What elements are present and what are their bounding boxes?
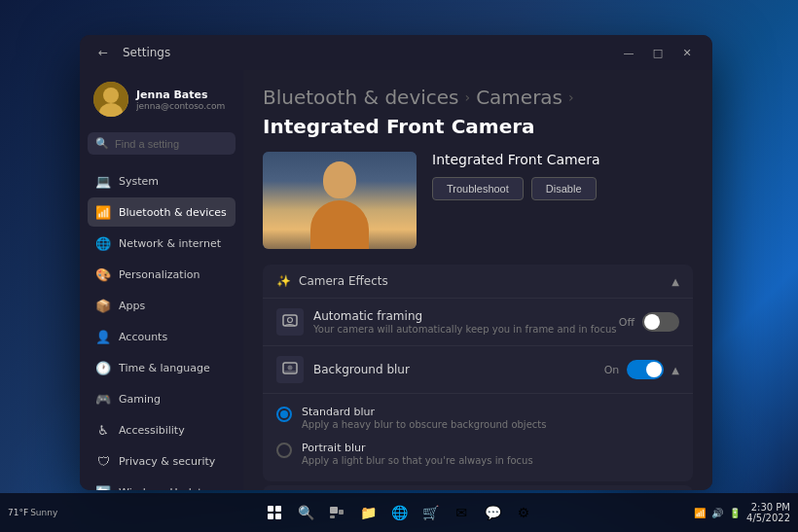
auto-framing-toggle[interactable] — [642, 312, 679, 332]
taskbar: 71°F Sunny 🔍 📁 🌐 — [0, 493, 798, 532]
window-controls: — □ ✕ — [615, 43, 701, 62]
breadcrumb-cameras[interactable]: Cameras — [476, 86, 562, 109]
files-button[interactable]: 📁 — [354, 499, 381, 526]
user-name: Jenna Bates — [136, 89, 230, 101]
standard-blur-title: Standard blur — [302, 406, 679, 418]
standard-blur-radio[interactable] — [276, 407, 292, 422]
update-icon: 🔄 — [95, 484, 111, 490]
svg-point-4 — [288, 318, 293, 323]
sidebar-item-privacy[interactable]: 🛡 Privacy & security — [88, 446, 236, 476]
person-body — [310, 200, 369, 249]
camera-buttons: Troubleshoot Disable — [432, 177, 600, 200]
bg-blur-icon — [276, 356, 304, 383]
portrait-blur-desc: Apply a light blur so that you're always… — [302, 455, 679, 466]
search-taskbar-button[interactable]: 🔍 — [292, 499, 319, 526]
taskbar-clock[interactable]: 2:30 PM 4/5/2022 — [746, 502, 790, 523]
minimize-button[interactable]: — — [615, 43, 642, 62]
camera-effects-header[interactable]: ✨ Camera Effects ▲ — [263, 265, 693, 298]
svg-rect-12 — [330, 507, 338, 514]
sidebar-item-network[interactable]: 🌐 Network & internet — [88, 229, 236, 258]
svg-point-1 — [103, 88, 119, 103]
weather-condition: Sunny — [30, 508, 57, 517]
person-head — [323, 161, 356, 198]
background-blur-toggle[interactable] — [627, 360, 664, 379]
svg-rect-10 — [268, 514, 273, 519]
sidebar-item-update[interactable]: 🔄 Windows Update — [88, 478, 236, 490]
standard-blur-desc: Apply a heavy blur to obscure background… — [302, 419, 679, 430]
portrait-blur-text: Portrait blur Apply a light blur so that… — [302, 442, 679, 466]
sidebar-item-time[interactable]: 🕐 Time & language — [88, 353, 236, 382]
portrait-blur-radio[interactable] — [276, 443, 292, 458]
sidebar-item-gaming[interactable]: 🎮 Gaming — [88, 384, 236, 413]
taskview-button[interactable] — [323, 499, 350, 526]
sidebar-item-label: Accessibility — [119, 424, 185, 437]
taskbar-right: 📶 🔊 🔋 2:30 PM 4/5/2022 — [694, 502, 790, 523]
start-button[interactable] — [261, 499, 288, 526]
sidebar-item-label: System — [119, 175, 159, 188]
taskbar-left: 71°F Sunny — [8, 508, 57, 517]
teams-button[interactable]: 💬 — [479, 499, 506, 526]
sidebar: Jenna Bates jenna@contoso.com 🔍 💻 System… — [80, 70, 243, 490]
breadcrumb-current: Integrated Front Camera — [263, 115, 535, 138]
breadcrumb: Bluetooth & devices › Cameras › Integrat… — [263, 86, 693, 138]
sidebar-item-bluetooth[interactable]: 📶 Bluetooth & devices — [88, 197, 236, 227]
camera-preview — [263, 152, 417, 249]
camera-background — [263, 152, 417, 249]
edge-button[interactable]: 🌐 — [385, 499, 413, 526]
effects-title: Camera Effects — [299, 274, 388, 288]
close-button[interactable]: ✕ — [673, 43, 701, 62]
portrait-blur-option[interactable]: Portrait blur Apply a light blur so that… — [276, 436, 679, 472]
settings-taskbar-button[interactable]: ⚙ — [510, 499, 537, 526]
camera-section: Integrated Front Camera Troubleshoot Dis… — [263, 152, 693, 249]
sidebar-item-label: Time & language — [119, 362, 210, 374]
portrait-blur-title: Portrait blur — [302, 442, 679, 454]
titlebar-left: ← Settings — [91, 41, 170, 64]
automatic-framing-row: Automatic framing Your camera will autom… — [263, 298, 693, 345]
background-blur-left: Background blur — [276, 356, 604, 383]
svg-rect-8 — [268, 506, 273, 512]
search-box[interactable]: 🔍 — [88, 132, 236, 155]
battery-icon: 🔋 — [729, 508, 741, 518]
sidebar-item-personalization[interactable]: 🎨 Personalization — [88, 260, 236, 289]
svg-rect-14 — [330, 515, 335, 518]
accessibility-icon: ♿ — [95, 422, 111, 438]
eye-contact-header[interactable]: 👁 Eye contact On ▲ — [263, 485, 693, 490]
camera-effects-card: ✨ Camera Effects ▲ — [263, 265, 693, 481]
standard-blur-option[interactable]: Standard blur Apply a heavy blur to obsc… — [276, 400, 679, 436]
sidebar-item-apps[interactable]: 📦 Apps — [88, 291, 236, 320]
user-profile[interactable]: Jenna Bates jenna@contoso.com — [88, 74, 236, 124]
sidebar-item-label: Windows Update — [119, 486, 208, 491]
sidebar-item-label: Bluetooth & devices — [119, 206, 227, 219]
accounts-icon: 👤 — [95, 329, 111, 344]
search-input[interactable] — [115, 138, 228, 150]
svg-rect-11 — [275, 514, 281, 519]
bg-blur-chevron: ▲ — [671, 365, 679, 375]
sidebar-item-accounts[interactable]: 👤 Accounts — [88, 322, 236, 351]
auto-framing-control: Off — [619, 312, 679, 332]
disable-button[interactable]: Disable — [531, 177, 597, 200]
system-icon: 💻 — [95, 173, 111, 189]
weather-temp: 71°F — [8, 508, 28, 517]
bg-blur-text: Background blur — [313, 363, 604, 376]
search-icon: 🔍 — [95, 137, 109, 150]
auto-framing-title: Automatic framing — [313, 309, 619, 323]
maximize-button[interactable]: □ — [644, 43, 671, 62]
sidebar-item-accessibility[interactable]: ♿ Accessibility — [88, 415, 236, 444]
sidebar-item-label: Network & internet — [119, 237, 221, 250]
store-button[interactable]: 🛒 — [417, 499, 444, 526]
back-button[interactable]: ← — [91, 41, 115, 64]
troubleshoot-button[interactable]: Troubleshoot — [432, 177, 524, 200]
time-icon: 🕐 — [95, 360, 111, 375]
breadcrumb-bluetooth[interactable]: Bluetooth & devices — [263, 86, 459, 109]
toggle-thumb — [644, 314, 660, 330]
mail-button[interactable]: ✉ — [448, 499, 475, 526]
network-icon: 🌐 — [95, 235, 111, 251]
sidebar-item-system[interactable]: 💻 System — [88, 166, 236, 195]
avatar — [93, 82, 128, 117]
sidebar-item-label: Personalization — [119, 268, 200, 281]
gaming-icon: 🎮 — [95, 391, 111, 407]
effects-chevron-up: ▲ — [671, 276, 679, 287]
window-title: Settings — [123, 46, 170, 59]
bg-blur-status: On — [604, 364, 620, 376]
background-blur-row: Background blur On ▲ — [263, 345, 693, 393]
